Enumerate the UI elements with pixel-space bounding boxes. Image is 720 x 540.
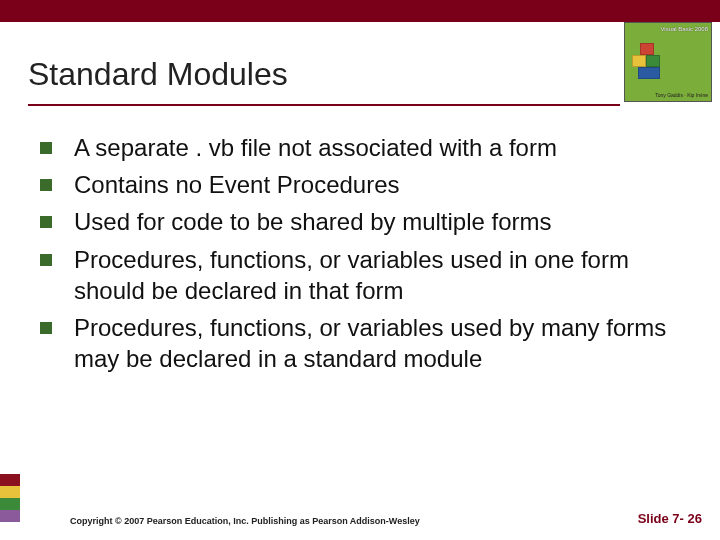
list-item: Contains no Event Procedures bbox=[40, 169, 680, 200]
bullet-text: Used for code to be shared by multiple f… bbox=[74, 206, 552, 237]
title-underline bbox=[28, 104, 620, 106]
bullet-text: Contains no Event Procedures bbox=[74, 169, 400, 200]
bullet-text: Procedures, functions, or variables used… bbox=[74, 312, 680, 374]
lego-blocks-icon bbox=[632, 43, 672, 81]
list-item: Used for code to be shared by multiple f… bbox=[40, 206, 680, 237]
list-item: Procedures, functions, or variables used… bbox=[40, 312, 680, 374]
square-bullet-icon bbox=[40, 179, 52, 191]
square-bullet-icon bbox=[40, 322, 52, 334]
header-bar bbox=[0, 0, 720, 22]
author-names: Tony Gaddis · Kip Irvine bbox=[628, 92, 708, 98]
textbook-cover-thumbnail: Visual Basic 2008 Tony Gaddis · Kip Irvi… bbox=[624, 22, 712, 102]
color-stripes-icon bbox=[0, 474, 20, 522]
square-bullet-icon bbox=[40, 254, 52, 266]
square-bullet-icon bbox=[40, 216, 52, 228]
list-item: A separate . vb file not associated with… bbox=[40, 132, 680, 163]
slide-title: Standard Modules bbox=[28, 56, 288, 93]
square-bullet-icon bbox=[40, 142, 52, 154]
slide-number: Slide 7- 26 bbox=[638, 511, 702, 526]
product-name: Visual Basic 2008 bbox=[660, 26, 708, 33]
list-item: Procedures, functions, or variables used… bbox=[40, 244, 680, 306]
slide: Visual Basic 2008 Tony Gaddis · Kip Irvi… bbox=[0, 0, 720, 540]
bullet-list: A separate . vb file not associated with… bbox=[40, 132, 680, 380]
bullet-text: Procedures, functions, or variables used… bbox=[74, 244, 680, 306]
copyright-text: Copyright © 2007 Pearson Education, Inc.… bbox=[70, 516, 420, 526]
bullet-text: A separate . vb file not associated with… bbox=[74, 132, 557, 163]
